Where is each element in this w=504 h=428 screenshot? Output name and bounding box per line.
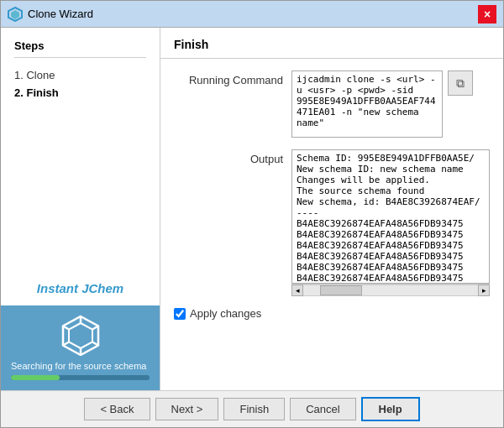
copy-icon: ⧉ [456,76,465,91]
apply-changes-text: Apply changes [190,307,261,320]
main-panel: Finish Running Command ijcadmin clone -s… [160,28,503,390]
steps-title: Steps [14,39,146,58]
section-header: Finish [160,28,503,59]
scroll-track [303,284,478,296]
apply-changes-checkbox[interactable] [174,308,186,320]
cancel-button[interactable]: Cancel [290,398,355,420]
step-2-number: 2. [14,86,26,99]
progress-bar-fill [11,375,60,380]
main-body: Running Command ijcadmin clone -s <url> … [160,59,503,390]
step-1-label: Clone [26,69,55,81]
running-command-label: Running Command [174,70,283,86]
apply-changes-label[interactable]: Apply changes [174,307,261,320]
progress-text: Searching for the source schema [11,361,150,371]
output-box[interactable]: Schema ID: 995E8E949A1DFFB0AA5E/New sche… [291,149,490,284]
steps-panel: Steps 1. Clone 2. Finish [1,28,160,113]
running-command-group: ijcadmin clone -s <url> -u <usr> -p <pwd… [291,70,490,138]
hex-logo-icon [60,314,102,356]
progress-icon-area [11,314,150,356]
sidebar: Steps 1. Clone 2. Finish Instant JChem [1,28,160,390]
horizontal-scrollbar: ◂ ▸ [291,284,490,295]
scroll-thumb[interactable] [320,285,362,295]
window-title: Clone Wizard [28,8,93,20]
scroll-left-btn[interactable]: ◂ [291,284,303,296]
svg-marker-1 [11,10,19,19]
step-2: 2. Finish [14,84,146,102]
back-button[interactable]: < Back [84,398,150,420]
progress-area: Searching for the source schema [1,305,160,390]
scroll-right-btn[interactable]: ▸ [478,284,490,296]
output-group: Schema ID: 995E8E949A1DFFB0AA5E/New sche… [291,149,490,295]
copy-button[interactable]: ⧉ [448,70,473,96]
content-area: Steps 1. Clone 2. Finish Instant JChem [1,28,503,390]
finish-button[interactable]: Finish [223,398,285,420]
step-1: 1. Clone [14,66,146,84]
footer: < Back Next > Finish Cancel Help [1,390,503,427]
output-row: Output Schema ID: 995E8E949A1DFFB0AA5E/N… [174,149,490,295]
apply-changes-row: Apply changes [174,307,490,320]
command-textarea[interactable]: ijcadmin clone -s <url> -u <usr> -p <pwd… [291,70,443,138]
title-bar-left: Clone Wizard [8,7,93,22]
step-2-label: Finish [26,86,58,99]
next-button[interactable]: Next > [155,398,219,420]
title-bar: Clone Wizard × [1,1,503,28]
help-button[interactable]: Help [361,397,420,421]
output-label: Output [174,149,283,165]
progress-bar-bg [11,375,150,380]
app-icon [8,7,23,22]
step-1-number: 1. [14,69,26,81]
svg-marker-3 [69,323,92,348]
running-command-row: Running Command ijcadmin clone -s <url> … [174,70,490,138]
brand-label: Instant JChem [1,271,160,305]
wizard-window: Clone Wizard × Steps 1. Clone 2. Finish … [0,0,504,428]
close-button[interactable]: × [478,5,496,23]
